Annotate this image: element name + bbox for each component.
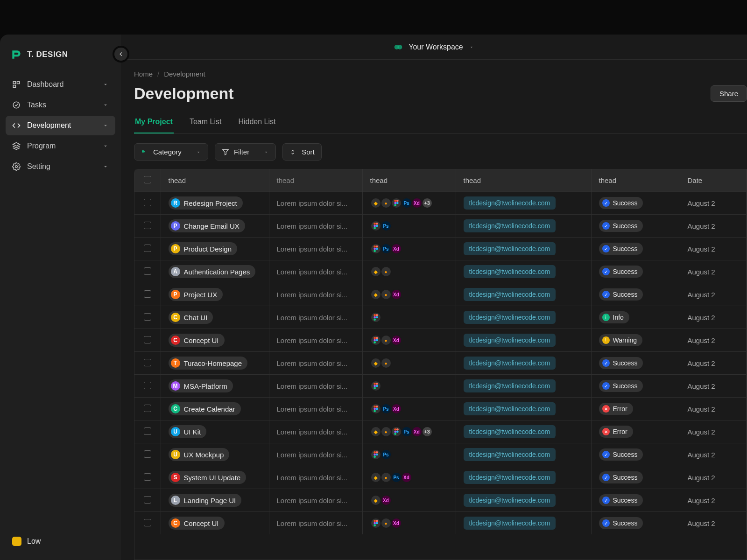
- tab-team-list[interactable]: Team List: [189, 113, 222, 133]
- row-checkbox[interactable]: [144, 336, 151, 343]
- illustrator-icon: ●: [381, 335, 392, 346]
- tab-hidden-list[interactable]: Hidden List: [237, 113, 276, 133]
- projects-table: theadtheadtheadtheadtheadDate RRedesign …: [134, 169, 747, 560]
- svg-point-3: [13, 102, 20, 108]
- project-description: Lorem ipsum dolor si...: [269, 375, 362, 398]
- project-pill[interactable]: SSystem UI Update: [169, 471, 247, 484]
- row-checkbox[interactable]: [144, 359, 151, 366]
- table-row[interactable]: CConcept UILorem ipsum dolor si...●Xdtlc…: [134, 512, 747, 535]
- row-checkbox[interactable]: [144, 267, 151, 275]
- column-header[interactable]: thead: [591, 169, 680, 192]
- email-pill[interactable]: tlcdesign@twolinecode.com: [464, 517, 556, 530]
- row-checkbox[interactable]: [144, 245, 151, 252]
- email-pill[interactable]: tlcdesign@twolinecode.com: [464, 196, 556, 210]
- project-pill[interactable]: UUX Mockpup: [169, 448, 230, 461]
- table-row[interactable]: TTuraco-HomepageLorem ipsum dolor si...◆…: [134, 352, 747, 375]
- email-pill[interactable]: tlcdesign@twolinecode.com: [464, 219, 556, 232]
- svg-point-31: [374, 339, 376, 342]
- brand-logo[interactable]: T. DESIGN: [6, 43, 115, 75]
- workspace-selector[interactable]: Your Workspace: [121, 35, 747, 60]
- sidebar-item-development[interactable]: Development: [6, 116, 115, 135]
- category-dropdown[interactable]: Category: [134, 143, 208, 161]
- table-row[interactable]: PChange Email UXLorem ipsum dolor si...P…: [134, 215, 747, 238]
- svg-point-47: [396, 431, 399, 433]
- sidebar-collapse-button[interactable]: [113, 46, 129, 63]
- column-header[interactable]: thead: [269, 169, 362, 192]
- more-apps-badge[interactable]: +3: [422, 426, 433, 437]
- email-pill[interactable]: tlcdesign@twolinecode.com: [464, 357, 556, 370]
- status-pill: ✕Error: [599, 426, 633, 438]
- svg-point-30: [376, 337, 378, 339]
- project-pill[interactable]: TTuraco-Homepage: [169, 357, 248, 370]
- email-pill[interactable]: tlcdesign@twolinecode.com: [464, 471, 556, 484]
- photoshop-icon: Ps: [381, 220, 392, 231]
- email-pill[interactable]: tlcdesign@twolinecode.com: [464, 448, 556, 461]
- sidebar-item-program[interactable]: Program: [6, 136, 115, 156]
- layers-icon: [12, 142, 21, 150]
- column-header[interactable]: thead: [161, 169, 269, 192]
- row-checkbox[interactable]: [144, 313, 151, 321]
- table-row[interactable]: UUX MockpupLorem ipsum dolor si...Pstlcd…: [134, 443, 747, 466]
- column-header[interactable]: thead: [362, 169, 456, 192]
- table-row[interactable]: LLanding Page UILorem ipsum dolor si...◆…: [134, 489, 747, 512]
- filter-dropdown[interactable]: Filter: [215, 143, 276, 161]
- more-apps-badge[interactable]: +3: [422, 197, 433, 209]
- project-pill[interactable]: CConcept UI: [169, 517, 225, 530]
- project-pill[interactable]: PProduct Design: [169, 242, 238, 255]
- email-pill[interactable]: tlcdesign@twolinecode.com: [464, 494, 556, 507]
- tab-my-project[interactable]: My Project: [134, 113, 174, 133]
- row-checkbox[interactable]: [144, 496, 151, 504]
- email-pill[interactable]: tlcdesign@twolinecode.com: [464, 288, 556, 301]
- row-checkbox[interactable]: [144, 473, 151, 481]
- email-pill[interactable]: tlcdesign@twolinecode.com: [464, 334, 556, 347]
- email-pill[interactable]: tlcdesign@twolinecode.com: [464, 311, 556, 324]
- apps-cell: ◆Xd: [362, 489, 456, 512]
- sidebar-item-tasks[interactable]: Tasks: [6, 95, 115, 115]
- share-button[interactable]: Share: [711, 85, 747, 102]
- table-row[interactable]: CCreate CalendarLorem ipsum dolor si...P…: [134, 398, 747, 420]
- table-row[interactable]: AAuthentication PagesLorem ipsum dolor s…: [134, 260, 747, 283]
- project-pill[interactable]: AAuthentication Pages: [169, 265, 256, 278]
- email-pill[interactable]: tlcdesign@twolinecode.com: [464, 402, 556, 415]
- row-checkbox[interactable]: [144, 427, 151, 435]
- sidebar-item-setting[interactable]: Setting: [6, 157, 115, 176]
- table-row[interactable]: UUI KitLorem ipsum dolor si...◆●PsXd+3tl…: [134, 420, 747, 443]
- breadcrumb-home[interactable]: Home: [134, 70, 153, 78]
- project-pill[interactable]: RRedesign Project: [169, 196, 243, 210]
- sidebar-item-dashboard[interactable]: Dashboard: [6, 75, 115, 94]
- table-row[interactable]: CConcept UILorem ipsum dolor si...●Xdtlc…: [134, 329, 747, 352]
- project-pill[interactable]: PProject UX: [169, 288, 223, 301]
- table-row[interactable]: CChat UILorem ipsum dolor si...tlcdesign…: [134, 306, 747, 329]
- project-pill[interactable]: UUI Kit: [169, 425, 207, 438]
- row-checkbox[interactable]: [144, 405, 151, 412]
- table-row[interactable]: MMSA-PlatformLorem ipsum dolor si...tlcd…: [134, 375, 747, 398]
- table-row[interactable]: RRedesign ProjectLorem ipsum dolor si...…: [134, 192, 747, 215]
- email-pill[interactable]: tlcdesign@twolinecode.com: [464, 265, 556, 278]
- row-checkbox[interactable]: [144, 382, 151, 389]
- column-header[interactable]: Date: [680, 169, 747, 192]
- table-row[interactable]: PProject UXLorem ipsum dolor si...◆●Xdtl…: [134, 283, 747, 306]
- table-row[interactable]: SSystem UI UpdateLorem ipsum dolor si...…: [134, 466, 747, 489]
- email-pill[interactable]: tlcdesign@twolinecode.com: [464, 242, 556, 255]
- row-checkbox[interactable]: [144, 290, 151, 298]
- sketch-icon: ◆: [370, 289, 381, 300]
- row-checkbox[interactable]: [144, 519, 151, 526]
- table-row[interactable]: PProduct DesignLorem ipsum dolor si...Ps…: [134, 238, 747, 260]
- project-pill[interactable]: MMSA-Platform: [169, 379, 233, 392]
- project-pill[interactable]: CConcept UI: [169, 334, 225, 347]
- project-pill[interactable]: CCreate Calendar: [169, 402, 241, 415]
- sort-button[interactable]: Sort: [282, 143, 322, 161]
- row-checkbox[interactable]: [144, 199, 151, 206]
- email-pill[interactable]: tlcdesign@twolinecode.com: [464, 425, 556, 438]
- project-pill[interactable]: PChange Email UX: [169, 219, 245, 232]
- select-all-checkbox[interactable]: [144, 176, 151, 183]
- email-pill[interactable]: tlcdesign@twolinecode.com: [464, 379, 556, 392]
- project-pill[interactable]: LLanding Page UI: [169, 494, 242, 507]
- column-header[interactable]: thead: [456, 169, 591, 192]
- project-pill[interactable]: CChat UI: [169, 311, 213, 324]
- status-dot-icon: ✓: [602, 222, 610, 230]
- svg-point-49: [374, 451, 376, 454]
- row-checkbox[interactable]: [144, 450, 151, 458]
- status-dot-icon: ✓: [602, 359, 610, 367]
- row-checkbox[interactable]: [144, 222, 151, 229]
